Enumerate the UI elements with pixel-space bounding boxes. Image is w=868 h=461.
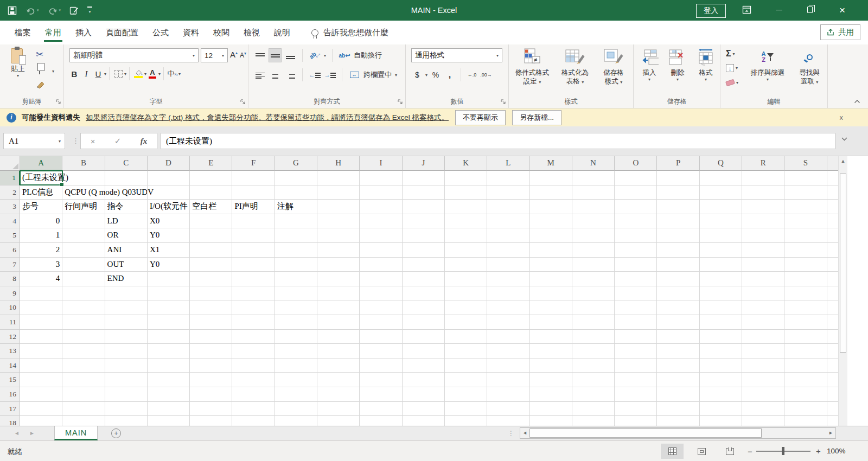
clear-button[interactable]: ▾: [726, 80, 738, 85]
row-header-6[interactable]: 6: [0, 243, 20, 258]
cell-C13[interactable]: [105, 344, 148, 358]
cell-S16[interactable]: [784, 387, 827, 402]
cell-J6[interactable]: [403, 243, 445, 258]
wrap-text-icon[interactable]: ab↩: [339, 49, 350, 62]
cell-J11[interactable]: [403, 315, 445, 330]
underline-dropdown[interactable]: ▾: [104, 72, 106, 76]
cell-S4[interactable]: [784, 214, 827, 229]
cell-O17[interactable]: [615, 402, 657, 417]
sheet-tab-main[interactable]: MAIN: [54, 426, 98, 440]
cell-N11[interactable]: [572, 315, 615, 330]
alignment-dialog-launcher[interactable]: [397, 99, 403, 105]
column-header-I[interactable]: I: [360, 156, 402, 171]
cell-O11[interactable]: [615, 315, 657, 330]
cell-D15[interactable]: [148, 373, 190, 387]
customize-qat-icon[interactable]: ▾: [87, 7, 92, 14]
horizontal-scroll-thumb[interactable]: [529, 428, 762, 438]
borders-icon[interactable]: [112, 67, 124, 80]
cell-L2[interactable]: [487, 185, 529, 200]
cell-G1[interactable]: [275, 171, 317, 185]
bold-button[interactable]: B: [68, 67, 80, 80]
vertical-scrollbar[interactable]: ▲ ▼: [838, 156, 847, 434]
cell-C8[interactable]: END: [105, 272, 148, 286]
cell-H14[interactable]: [317, 358, 360, 373]
cell-S8[interactable]: [784, 272, 827, 286]
column-header-M[interactable]: M: [530, 156, 572, 171]
align-center-icon[interactable]: [269, 68, 281, 81]
cell-B2[interactable]: QCPU (Q mode) Q03UDV: [62, 185, 105, 200]
bottom-align-icon[interactable]: [284, 49, 296, 62]
cell-partial-15[interactable]: [827, 373, 838, 387]
cell-partial-1[interactable]: [827, 171, 838, 185]
cell-D2[interactable]: [148, 185, 190, 200]
cell-S3[interactable]: [784, 200, 827, 214]
cell-partial-12[interactable]: [827, 330, 838, 344]
cell-Q9[interactable]: [700, 286, 742, 301]
cell-S14[interactable]: [784, 358, 827, 373]
cell-G7[interactable]: [275, 258, 317, 272]
cell-I5[interactable]: [360, 228, 402, 243]
cell-S11[interactable]: [784, 315, 827, 330]
cell-R18[interactable]: [742, 416, 784, 426]
merge-center-dropdown[interactable]: ▾: [395, 73, 397, 78]
increase-decimal-icon[interactable]: ←.0: [466, 68, 478, 81]
cell-H6[interactable]: [317, 243, 360, 258]
cell-M3[interactable]: [530, 200, 572, 214]
cell-I11[interactable]: [360, 315, 402, 330]
cell-C2[interactable]: [105, 185, 148, 200]
cut-icon[interactable]: ✂: [36, 49, 43, 60]
cell-R14[interactable]: [742, 358, 784, 373]
cell-J17[interactable]: [403, 402, 445, 417]
cell-J8[interactable]: [403, 272, 445, 286]
cell-C17[interactable]: [105, 402, 148, 417]
middle-align-icon[interactable]: [269, 49, 281, 62]
page-break-view-button[interactable]: [718, 444, 741, 459]
cell-D16[interactable]: [148, 387, 190, 402]
cell-L12[interactable]: [487, 330, 529, 344]
cell-C9[interactable]: [105, 286, 148, 301]
cell-G4[interactable]: [275, 214, 317, 229]
name-box-dropdown[interactable]: ▾: [59, 139, 61, 144]
cell-L9[interactable]: [487, 286, 529, 301]
cell-G13[interactable]: [275, 344, 317, 358]
cell-A13[interactable]: [20, 344, 62, 358]
cell-R3[interactable]: [742, 200, 784, 214]
cell-P2[interactable]: [657, 185, 699, 200]
expand-formula-bar-icon[interactable]: [841, 137, 847, 141]
cell-M14[interactable]: [530, 358, 572, 373]
ribbon-display-options-icon[interactable]: [742, 5, 751, 14]
cell-D5[interactable]: Y0: [148, 228, 190, 243]
wrap-text-label[interactable]: 自動換行: [354, 50, 382, 60]
cell-partial-17[interactable]: [827, 402, 838, 417]
tell-me-box[interactable]: 告訴我您想做什麼: [311, 28, 388, 38]
cell-N6[interactable]: [572, 243, 615, 258]
cell-J2[interactable]: [403, 185, 445, 200]
cell-O2[interactable]: [615, 185, 657, 200]
tab-review[interactable]: 校閱: [206, 21, 237, 44]
cell-H2[interactable]: [317, 185, 360, 200]
currency-format-icon[interactable]: $: [411, 68, 423, 81]
cell-L4[interactable]: [487, 214, 529, 229]
tab-file[interactable]: 檔案: [8, 21, 38, 44]
cell-B18[interactable]: [62, 416, 105, 426]
cell-B12[interactable]: [62, 330, 105, 344]
cell-O9[interactable]: [615, 286, 657, 301]
cell-B7[interactable]: [62, 258, 105, 272]
cell-I1[interactable]: [360, 171, 402, 185]
cell-Q5[interactable]: [700, 228, 742, 243]
orientation-dropdown[interactable]: ▾: [324, 53, 326, 58]
undo-dropdown[interactable]: ▾: [37, 8, 39, 12]
phonetic-dropdown[interactable]: ▾: [178, 72, 181, 76]
cell-L13[interactable]: [487, 344, 529, 358]
cell-C12[interactable]: [105, 330, 148, 344]
cell-F4[interactable]: [232, 214, 275, 229]
redo-icon[interactable]: ▾: [48, 7, 61, 15]
cell-F16[interactable]: [232, 387, 275, 402]
cell-H3[interactable]: [317, 200, 360, 214]
cell-L3[interactable]: [487, 200, 529, 214]
cell-A2[interactable]: PLC信息: [20, 185, 62, 200]
cell-K18[interactable]: [445, 416, 487, 426]
row-header-15[interactable]: 15: [0, 373, 20, 387]
cell-D6[interactable]: X1: [148, 243, 190, 258]
cell-G2[interactable]: [275, 185, 317, 200]
